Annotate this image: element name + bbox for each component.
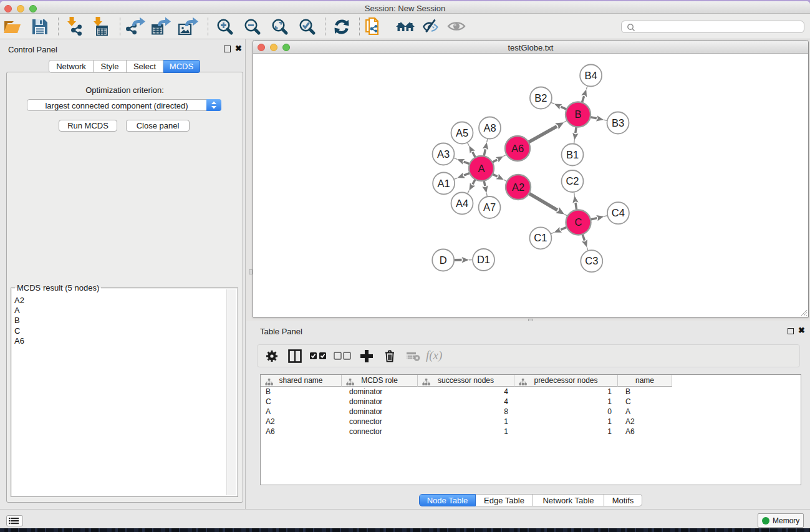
svg-text:D1: D1 xyxy=(477,254,490,265)
svg-text:C: C xyxy=(575,216,582,228)
svg-text:B1: B1 xyxy=(566,149,579,160)
svg-text:B3: B3 xyxy=(612,117,624,128)
svg-text:A5: A5 xyxy=(456,127,468,138)
svg-text:A8: A8 xyxy=(483,122,496,133)
svg-text:B4: B4 xyxy=(585,70,597,81)
svg-text:D: D xyxy=(440,254,447,266)
svg-text:C4: C4 xyxy=(612,207,625,218)
svg-text:A1: A1 xyxy=(438,178,450,189)
svg-text:B2: B2 xyxy=(534,92,547,104)
svg-text:A6: A6 xyxy=(511,143,524,154)
svg-text:A3: A3 xyxy=(437,148,450,160)
svg-text:C1: C1 xyxy=(534,232,547,243)
svg-text:A7: A7 xyxy=(483,201,496,213)
svg-text:B: B xyxy=(574,109,581,120)
svg-text:A: A xyxy=(478,163,485,174)
svg-text:C2: C2 xyxy=(566,175,579,186)
svg-text:A4: A4 xyxy=(456,198,468,209)
svg-text:C3: C3 xyxy=(585,255,598,266)
svg-text:A2: A2 xyxy=(512,181,524,193)
